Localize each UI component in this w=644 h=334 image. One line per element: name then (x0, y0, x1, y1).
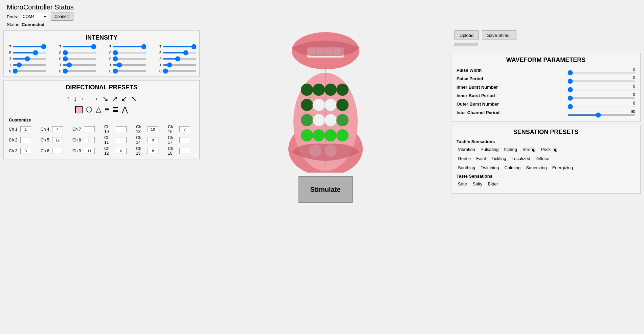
shape-rect-icon[interactable] (75, 106, 83, 113)
ch17-input[interactable] (179, 137, 190, 143)
shape-lines2-icon[interactable]: ≣ (112, 105, 118, 114)
connect-button[interactable]: Connect (51, 13, 73, 21)
pulse-period-label: Pulse Period (457, 76, 524, 81)
ch7-label: Ch 7 (72, 127, 83, 132)
sensation-itching[interactable]: Itching (503, 146, 518, 153)
ch10-label: Ch 10 (104, 125, 114, 134)
intensity-slider-4-4[interactable] (163, 64, 197, 66)
ch18-input[interactable] (179, 148, 190, 154)
sensation-squeezing[interactable]: Squeezing (525, 164, 548, 171)
ch15-input[interactable] (148, 148, 158, 154)
ch3-input[interactable] (20, 148, 31, 154)
intensity-slider-2-3[interactable] (63, 58, 96, 60)
svg-point-20 (336, 114, 349, 126)
arrow-up[interactable]: ↑ (66, 94, 70, 103)
arrow-down-right[interactable]: ↘ (102, 94, 108, 103)
upload-button[interactable]: Upload (454, 30, 479, 40)
ch1-input[interactable] (20, 126, 31, 132)
arrow-up-right[interactable]: ↗ (112, 94, 118, 103)
sensation-tickling[interactable]: Tickling (490, 155, 508, 162)
intensity-slider-4-2[interactable] (163, 52, 197, 53)
outer-burst-number-slider[interactable] (568, 106, 635, 107)
ch13-input[interactable] (148, 126, 158, 132)
sensation-energizing[interactable]: Energizing (551, 164, 574, 171)
intensity-slider-3-1[interactable] (113, 46, 147, 47)
intensity-slider-2-5[interactable] (63, 70, 96, 72)
arrows-row: ↑ ↓ ← → ↘ ↗ ↙ ↖ (9, 94, 194, 103)
intensity-slider-1-2[interactable] (13, 52, 46, 53)
sensation-bitter[interactable]: Bitter (486, 181, 499, 187)
stimulate-button[interactable]: Stimulate (298, 176, 353, 203)
arrow-down-left[interactable]: ↙ (121, 94, 127, 103)
ch8-input[interactable] (84, 137, 95, 143)
channels-grid: Ch 1 Ch 4 Ch 7 Ch 10 Ch 13 Ch 16 Ch 2 Ch… (9, 125, 194, 156)
intensity-slider-3-3[interactable] (113, 58, 147, 60)
intensity-slider-3-5[interactable] (113, 70, 147, 72)
shape-hex-icon[interactable]: ⬡ (86, 105, 92, 114)
ch9-input[interactable] (84, 148, 95, 154)
intensity-slider-2-1[interactable] (63, 46, 96, 47)
intensity-slider-1-4[interactable] (13, 64, 46, 66)
inter-channel-period-slider[interactable] (568, 114, 635, 116)
arrow-down[interactable]: ↓ (73, 94, 77, 103)
arrow-right[interactable]: → (91, 94, 99, 103)
tactile-row3: Soothing Twitching Calming Squeezing Ene… (457, 164, 635, 171)
intensity-slider-2-4[interactable] (63, 64, 96, 66)
pulse-width-slider[interactable] (568, 72, 635, 73)
arrow-up-left[interactable]: ↖ (131, 94, 137, 103)
shape-tri-icon[interactable]: △ (96, 105, 102, 114)
ch17-label: Ch 17 (168, 135, 178, 145)
ch6-label: Ch 6 (41, 149, 51, 153)
ch6-input[interactable] (52, 148, 63, 154)
ch7-input[interactable] (84, 126, 95, 132)
customize-label: Customize (9, 117, 194, 123)
sensation-faint[interactable]: Faint (475, 155, 487, 162)
shape-zag-icon[interactable]: ⋀ (122, 105, 128, 114)
intensity-slider-1-3[interactable] (13, 58, 46, 60)
save-stimuli-button[interactable]: Save Stimuli (482, 30, 516, 40)
intensity-slider-4-1[interactable] (163, 46, 197, 47)
pulse-period-slider[interactable] (568, 81, 635, 82)
sensation-vibration[interactable]: Vibration (457, 146, 476, 153)
sensation-prickling[interactable]: Prickling (539, 146, 559, 153)
ch10-input[interactable] (116, 126, 127, 132)
sensation-calming[interactable]: Calming (503, 164, 522, 171)
svg-point-15 (325, 99, 337, 111)
shapes-row: ⬡ △ ≡ ≣ ⋀ (9, 105, 194, 114)
intensity-slider-3-2[interactable] (113, 52, 147, 53)
port-select[interactable]: COM4 (21, 13, 48, 20)
intensity-slider-2-2[interactable] (63, 52, 96, 53)
arrow-left[interactable]: ← (81, 94, 88, 103)
ch5-input[interactable] (52, 137, 63, 143)
ch2-input[interactable] (20, 137, 31, 143)
ch11-input[interactable] (116, 137, 127, 143)
ch16-input[interactable] (179, 126, 190, 132)
tactile-row1: Vibration Pulsating Itching Strong Prick… (457, 146, 635, 153)
intensity-title: INTENSITY (9, 34, 194, 41)
sensation-twitching[interactable]: Twitching (479, 164, 500, 171)
sensation-diffuse[interactable]: Diffuse (534, 155, 551, 162)
intensity-slider-4-3[interactable] (163, 58, 197, 60)
sensation-strong[interactable]: Strong (521, 146, 537, 153)
outer-burst-number-row: Outer Burst Number 0 (457, 101, 635, 107)
ch14-input[interactable] (148, 137, 158, 143)
intensity-slider-4-5[interactable] (163, 70, 197, 72)
sensation-soothing[interactable]: Soothing (457, 164, 476, 171)
intensity-slider-1-1[interactable] (13, 46, 46, 47)
ch4-input[interactable] (52, 126, 63, 132)
sensation-sour[interactable]: Sour (457, 181, 468, 187)
ch18-label: Ch 18 (168, 146, 178, 156)
tongue-visualization (271, 30, 380, 173)
sensation-gentle[interactable]: Gentle (457, 155, 472, 162)
shape-lines1-icon[interactable]: ≡ (105, 105, 109, 114)
inner-burst-period-slider[interactable] (568, 97, 635, 99)
ch11-label: Ch 11 (104, 135, 114, 145)
intensity-slider-3-4[interactable] (113, 64, 147, 66)
sensation-salty[interactable]: Salty (471, 181, 484, 187)
sensation-localized[interactable]: Localized (510, 155, 532, 162)
intensity-slider-1-5[interactable] (13, 70, 46, 72)
ch12-input[interactable] (116, 148, 127, 154)
sensation-pulsating[interactable]: Pulsating (479, 146, 500, 153)
ch4-label: Ch 4 (41, 127, 51, 132)
inner-burst-number-slider[interactable] (568, 89, 635, 90)
